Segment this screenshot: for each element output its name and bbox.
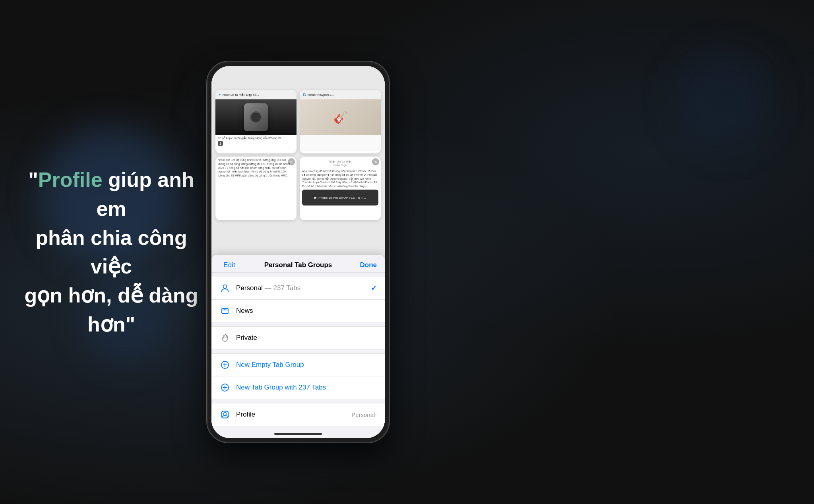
profile-highlight: Profile: [38, 168, 103, 191]
tab-header-fender: G fender newport 2...: [300, 90, 381, 99]
private-label: Private: [236, 334, 377, 342]
personal-checkmark: ✓: [371, 284, 377, 293]
tab-img-fender: 🎸: [300, 99, 381, 135]
bokeh-4: [674, 50, 773, 150]
person-icon: [219, 283, 231, 294]
svg-point-0: [223, 285, 227, 289]
svg-rect-2: [222, 308, 225, 310]
done-button[interactable]: Done: [357, 261, 377, 269]
list-item-personal[interactable]: Personal — 237 Tabs ✓: [211, 277, 385, 300]
tab-card-nikon: ● Nikon Zf ra mắt: Đẹp có... Có vẻ Apple…: [215, 90, 297, 153]
new-empty-label: New Empty Tab Group: [236, 361, 377, 369]
list-item-new-with-tabs[interactable]: New Tab Group with 237 Tabs: [211, 376, 385, 399]
svg-rect-3: [225, 308, 229, 310]
tab-img-nikon: [215, 99, 297, 135]
sheet-section-profile: Profile Personal ›: [211, 403, 385, 426]
tabs-grid: ● Nikon Zf ra mắt: Đẹp có... Có vẻ Apple…: [211, 66, 385, 224]
tab-close-iphone[interactable]: ✕: [372, 158, 379, 165]
profile-chevron-icon: ›: [375, 411, 377, 418]
new-tabs-label: New Tab Group with 237 Tabs: [236, 384, 377, 392]
tabs-icon: [219, 305, 231, 316]
sheet-header: Edit Personal Tab Groups Done: [211, 255, 385, 273]
tab-close-steel[interactable]: ✕: [288, 158, 295, 165]
list-item-news[interactable]: News: [211, 300, 385, 322]
profile-sublabel: Personal: [351, 411, 375, 418]
sheet-title: Personal Tab Groups: [239, 261, 357, 269]
tab-card-iphone: ✕ Thiện ân đa điệnthần điện Anh em cũng …: [300, 157, 381, 220]
plus-icon-empty: [219, 359, 231, 370]
promo-text-line3: gọn hơn, dễ dàng hơn": [24, 281, 199, 339]
list-item-private[interactable]: Private: [211, 327, 385, 349]
tab-groups-sheet: Edit Personal Tab Groups Done Personal —…: [211, 255, 385, 438]
sheet-section-new: New Empty Tab Group New Tab Group with 2…: [211, 353, 385, 399]
phone-device: ● Nikon Zf ra mắt: Đẹp có... Có vẻ Apple…: [207, 61, 390, 443]
edit-button[interactable]: Edit: [219, 261, 239, 269]
svg-point-11: [224, 413, 227, 415]
profile-label: Profile: [236, 411, 351, 419]
list-item-profile[interactable]: Profile Personal ›: [211, 403, 385, 426]
promo-text-line1: "Profile giúp anh em: [24, 165, 199, 223]
news-label: News: [236, 307, 377, 315]
tab-caption-nikon: Có vẻ Apple muốn giảm trọng lượng của iP…: [215, 135, 297, 141]
home-indicator: [274, 433, 322, 435]
hand-icon: [219, 332, 231, 343]
tab-header-nikon: ● Nikon Zf ra mắt: Đẹp có...: [215, 90, 297, 99]
profile-icon: [219, 409, 231, 420]
tab-text-steel: nhôm 6061 có độ cứng Brinell là 95, tươn…: [215, 157, 297, 179]
personal-label: Personal — 237 Tabs: [236, 284, 371, 292]
sheet-section-private: Private: [211, 326, 385, 349]
tab-card-steel: ✕ nhôm 6061 có độ cứng Brinell là 95, tư…: [215, 157, 297, 220]
tab-card-fender: G fender newport 2... 🎸: [300, 90, 381, 153]
phone-screen: ● Nikon Zf ra mắt: Đẹp có... Có vẻ Apple…: [211, 66, 385, 438]
promo-text-line2: phân chia công việc: [24, 223, 199, 281]
list-item-new-empty[interactable]: New Empty Tab Group: [211, 354, 385, 376]
left-overlay-text: "Profile giúp anh em phân chia công việc…: [24, 165, 199, 339]
plus-icon-with-tabs: [219, 382, 231, 393]
sheet-section-groups: Personal — 237 Tabs ✓ News: [211, 277, 385, 322]
